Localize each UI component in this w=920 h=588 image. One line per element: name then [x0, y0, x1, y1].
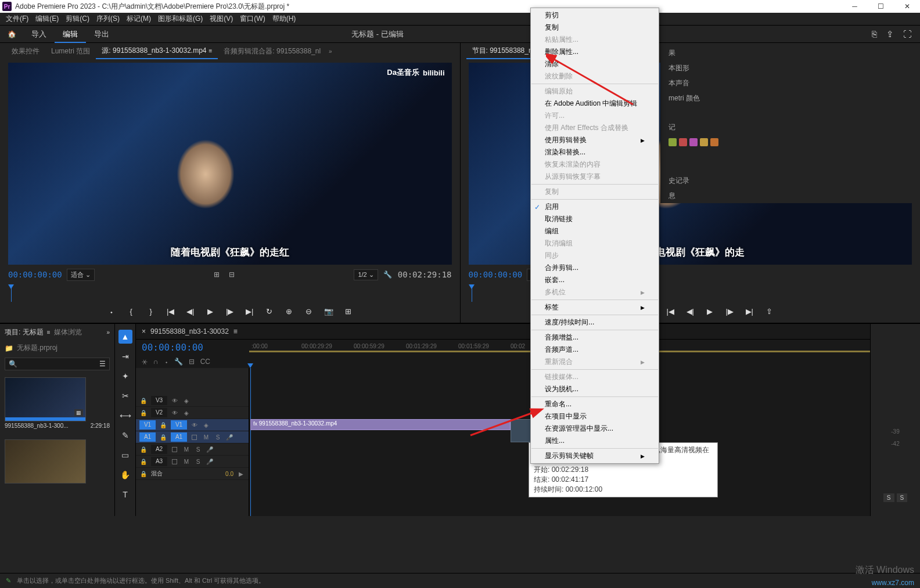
eye-icon[interactable]: 👁: [171, 398, 179, 404]
chip-green[interactable]: [669, 138, 677, 146]
pg-goto-in-icon[interactable]: |◀: [664, 305, 676, 317]
context-menu-item[interactable]: 在 Adobe Audition 中编辑剪辑: [531, 98, 659, 110]
pen-tool[interactable]: ✎: [118, 428, 132, 442]
project-tab[interactable]: 项目: 无标题: [5, 327, 44, 337]
cc-icon[interactable]: CC: [200, 358, 210, 366]
mark-in-icon[interactable]: ⬩: [106, 305, 117, 317]
step-fwd-icon[interactable]: |▶: [224, 305, 236, 317]
rp-lumetri-color[interactable]: metri 颜色: [660, 91, 920, 106]
track-a2[interactable]: A2: [151, 445, 167, 454]
ws-tab-import[interactable]: 导入: [23, 26, 55, 43]
pg-lift-icon[interactable]: ⇧: [763, 305, 775, 317]
rp-markers[interactable]: 记: [660, 120, 920, 135]
more-tabs-icon[interactable]: »: [329, 48, 332, 55]
more-tabs2-icon[interactable]: »: [106, 329, 110, 336]
menu-mark[interactable]: 标记(M): [123, 14, 154, 24]
ripple-tool[interactable]: ✦: [118, 369, 132, 383]
rp-essential-sound[interactable]: 本声音: [660, 75, 920, 91]
menu-graphics[interactable]: 图形和标题(G): [154, 14, 206, 24]
step-back-icon[interactable]: ◀|: [185, 305, 196, 317]
chip-purple[interactable]: [689, 138, 698, 146]
track-a1[interactable]: A1: [171, 432, 187, 442]
source-fit[interactable]: 适合 ⌄: [67, 269, 95, 281]
solo-button-2[interactable]: S: [897, 493, 908, 502]
context-menu-item[interactable]: 设为脱机...: [531, 383, 659, 395]
context-menu-item[interactable]: 标签▶: [531, 301, 659, 313]
rect-tool[interactable]: ▭: [118, 448, 132, 462]
quick-export-icon[interactable]: ⎘: [872, 29, 877, 39]
media-browser-tab[interactable]: 媒体浏览: [54, 327, 82, 337]
tab-audio-mixer[interactable]: 音频剪辑混合器: 991558388_nl: [218, 44, 326, 59]
fullscreen-icon[interactable]: ⛶: [903, 29, 912, 39]
close-button[interactable]: ✕: [894, 0, 920, 13]
ws-tab-export[interactable]: 导出: [86, 26, 117, 43]
mark-out-icon[interactable]: {: [125, 305, 137, 317]
context-menu-item[interactable]: 剪切: [531, 9, 659, 21]
src-overwrite-icon[interactable]: ⊟: [227, 269, 237, 280]
menu-window[interactable]: 窗口(W): [236, 14, 268, 24]
loop-icon[interactable]: ↻: [264, 305, 275, 317]
sequence-tab[interactable]: 991558388_nb3-1-30032: [150, 327, 229, 336]
context-menu-item[interactable]: 复制: [531, 21, 659, 34]
context-menu-item[interactable]: 编组: [531, 225, 659, 237]
menu-help[interactable]: 帮助(H): [269, 14, 300, 24]
context-menu-item[interactable]: 使用剪辑替换▶: [531, 134, 659, 146]
menu-file[interactable]: 文件(F): [2, 14, 32, 24]
type-tool[interactable]: T: [118, 488, 132, 502]
program-tc-in[interactable]: 00:00:00:00: [469, 270, 523, 279]
context-menu-item[interactable]: 删除属性...: [531, 46, 659, 58]
track-a3[interactable]: A3: [151, 457, 167, 466]
source-video[interactable]: Da圣音乐bilibili 随着电视剧《狂飙》的走红: [8, 63, 452, 265]
context-menu-item[interactable]: 渲染和替换...: [531, 146, 659, 158]
tab-effect-controls[interactable]: 效果控件: [6, 44, 45, 59]
chip-red[interactable]: [679, 138, 687, 146]
menu-view[interactable]: 视图(V): [206, 14, 236, 24]
context-menu-item[interactable]: 音频增益...: [531, 331, 659, 344]
context-menu-item[interactable]: 属性...: [531, 435, 659, 447]
project-search[interactable]: 🔍 ☰: [5, 358, 110, 370]
rp-effects[interactable]: 果: [660, 45, 920, 60]
src-insert-icon[interactable]: ⊞: [211, 269, 222, 280]
timeline-tc[interactable]: 00:00:00:00: [136, 340, 249, 355]
link-icon[interactable]: ∩: [153, 358, 159, 366]
menu-edit[interactable]: 编辑(E): [32, 14, 62, 24]
color-picker-icon[interactable]: ✎: [6, 577, 11, 585]
bin-item-1[interactable]: ▦: [5, 377, 86, 421]
rp-essential-graphics[interactable]: 本图形: [660, 60, 920, 75]
tab-lumetri[interactable]: Lumetri 范围: [45, 44, 96, 59]
source-scale[interactable]: 1/2 ⌄: [354, 269, 378, 280]
lock-icon[interactable]: 🔒: [139, 398, 148, 404]
rp-history[interactable]: 史记录: [660, 173, 920, 188]
bin-item-2[interactable]: [5, 439, 86, 484]
track-v2[interactable]: V2: [151, 408, 167, 417]
context-menu-item[interactable]: 显示剪辑关键帧▶: [531, 450, 659, 462]
menu-sequence[interactable]: 序列(S): [93, 14, 123, 24]
pg-goto-out-icon[interactable]: ▶|: [743, 305, 755, 317]
tab-source[interactable]: 源: 991558388_nb3-1-30032.mp4≡: [96, 44, 218, 59]
pg-play-icon[interactable]: ▶: [704, 305, 716, 317]
context-menu-item[interactable]: 取消链接: [531, 213, 659, 225]
context-menu-item[interactable]: 音频声道...: [531, 344, 659, 356]
ws-tab-edit[interactable]: 编辑: [55, 26, 86, 43]
minimize-button[interactable]: ─: [842, 0, 868, 13]
track-select-tool[interactable]: ⇥: [118, 349, 132, 363]
menu-clip[interactable]: 剪辑(C): [62, 14, 93, 24]
settings-icon[interactable]: 🔧: [383, 269, 393, 280]
maximize-button[interactable]: ☐: [868, 0, 894, 13]
snap-icon[interactable]: ⚹: [142, 358, 148, 366]
solo-button[interactable]: S: [883, 493, 894, 502]
mark-icon[interactable]: }: [145, 305, 157, 317]
track-v1[interactable]: V1: [171, 420, 187, 430]
export-frame-icon[interactable]: 📷: [323, 305, 335, 317]
insert-icon[interactable]: ⊕: [283, 305, 295, 317]
source-tc-in[interactable]: 00:00:00:00: [8, 270, 62, 279]
wrench-icon[interactable]: 🔧: [174, 358, 183, 366]
context-menu-item[interactable]: 嵌套...: [531, 274, 659, 286]
share-icon[interactable]: ⇪: [886, 29, 894, 39]
source-ruler[interactable]: [8, 283, 452, 302]
context-menu-item[interactable]: 在项目中显示: [531, 410, 659, 423]
goto-out-icon[interactable]: ▶|: [244, 305, 256, 317]
context-menu-item[interactable]: 速度/持续时间...: [531, 316, 659, 329]
context-menu-item[interactable]: 重命名...: [531, 398, 659, 410]
filter-icon[interactable]: ☰: [99, 360, 106, 368]
